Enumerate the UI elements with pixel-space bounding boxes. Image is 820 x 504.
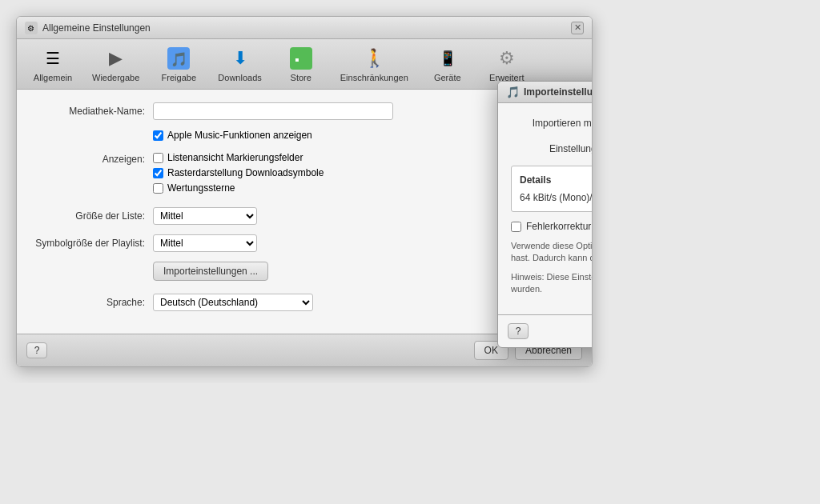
groesse-row: Größe der Liste: Klein Mittel Groß [33,207,576,225]
store-icon: ▪ [288,46,314,71]
geraete-label: Geräte [434,73,461,82]
modal-importieren-row: Importieren mit: MP3-Codierer AAC-Codier… [511,114,593,132]
modal-content: Importieren mit: MP3-Codierer AAC-Codier… [498,103,593,314]
main-window: ⚙ Allgemeine Einstellungen ✕ ☰ Allgemein… [16,16,593,367]
rasterdarstellung-checkbox[interactable] [153,168,163,178]
modal-bottom-bar: ? OK Abbrechen [498,314,593,347]
help-button[interactable]: ? [26,342,47,358]
sprache-select[interactable]: Deutsch (Deutschland) English (US) [153,294,313,311]
wiedergabe-label: Wiedergabe [92,73,139,82]
downloads-label: Downloads [218,73,261,82]
modal-dialog: 🎵 Importeinstellungen ✕ Importieren mit:… [497,81,593,348]
modal-einstellung-label: Einstellung: [511,143,593,154]
modal-details-box: Details 64 kBit/s (Mono)/128 kBit/s (Ste… [511,166,593,212]
groesse-select[interactable]: Klein Mittel Groß [153,207,257,225]
freigabe-label: Freigabe [162,73,196,82]
window-close-button[interactable]: ✕ [571,22,584,34]
toolbar-item-einschraenkungen[interactable]: 🚶 Einschränkungen [332,42,416,86]
modal-fehlerkorrektur-row: Fehlerkorrektur beim Lesen von Audio-CDs… [511,220,593,234]
anzeigen-label: Anzeigen: [33,152,153,165]
title-bar: ⚙ Allgemeine Einstellungen ✕ [17,17,592,39]
symbolgroesse-row: Symbolgröße der Playlist: Klein Mittel G… [33,234,576,252]
store-label: Store [291,73,312,82]
mediathek-label: Mediathek-Name: [33,106,153,117]
apple-music-checkbox[interactable] [153,130,163,141]
svg-rect-4 [290,47,312,70]
svg-text:⚙: ⚙ [27,24,34,33]
modal-details-text: 64 kBit/s (Mono)/128 kBit/s (Stereo), St… [520,190,593,205]
mediathek-input[interactable] [153,102,393,120]
allgemein-label: Allgemein [34,73,72,82]
toolbar-item-geraete[interactable]: 📱 Geräte [420,42,476,86]
svg-text:▪: ▪ [295,53,299,66]
modal-einstellung-row: Einstellung: Gute Qualität (128 kBit/s) … [511,140,593,158]
toolbar-item-store[interactable]: ▪ Store [273,42,329,86]
wertungssterne-checkbox[interactable] [153,183,163,194]
wiedergabe-icon: ▶ [103,46,129,71]
modal-details-title: Details [520,173,593,187]
import-settings-button[interactable]: Importeinstellungen ... [153,262,268,281]
listenansicht-checkbox[interactable] [153,153,163,163]
freigabe-icon: 🎵 [166,46,191,71]
toolbar-item-allgemein[interactable]: ☰ Allgemein [25,42,81,86]
toolbar-item-freigabe[interactable]: 🎵 Freigabe [151,42,207,86]
modal-title-left: 🎵 Importeinstellungen [506,86,593,98]
mediathek-row: Mediathek-Name: [33,102,576,120]
symbolgroesse-label: Symbolgröße der Playlist: [33,238,153,249]
downloads-icon: ⬇ [227,46,253,71]
anzeigen-row: Anzeigen: Listenansicht Markierungsfelde… [33,152,576,198]
wertungssterne-label: Wertungssterne [167,182,235,194]
apple-music-label: Apple Music-Funktionen anzeigen [167,130,312,141]
erweitert-icon: ⚙ [494,46,520,71]
modal-title-text: Importeinstellungen [524,86,593,98]
svg-text:🎵: 🎵 [171,51,188,68]
rasterdarstellung-label: Rasterdarstellung Downloadsymbole [167,167,324,178]
modal-hint-text: Verwende diese Option, wenn du Probleme … [511,240,593,265]
fehlerkorrektur-checkbox[interactable] [511,222,521,232]
geraete-icon: 📱 [435,46,460,71]
modal-title-bar: 🎵 Importeinstellungen ✕ [498,82,593,103]
fehlerkorrektur-label: Fehlerkorrektur beim Lesen von Audio-CDs… [526,220,593,234]
einschraenkungen-label: Einschränkungen [340,73,408,82]
einschraenkungen-icon: 🚶 [361,46,387,71]
toolbar-item-downloads[interactable]: ⬇ Downloads [210,42,269,86]
modal-help-button[interactable]: ? [508,323,529,339]
groesse-label: Größe der Liste: [33,210,153,222]
modal-itunes-icon: 🎵 [506,86,519,98]
toolbar-item-wiedergabe[interactable]: ▶ Wiedergabe [84,42,147,86]
toolbar-item-erweitert[interactable]: ⚙ Erweitert [479,42,535,86]
symbolgroesse-select[interactable]: Klein Mittel Groß [153,234,257,252]
allgemein-icon: ☰ [40,46,66,71]
listenansicht-label: Listenansicht Markierungsfelder [167,152,303,163]
title-bar-left: ⚙ Allgemeine Einstellungen [25,22,151,34]
modal-note-text: Hinweis: Diese Einstellungen gelten nich… [511,271,593,296]
sprache-row: Sprache: Deutsch (Deutschland) English (… [33,294,576,311]
modal-importieren-label: Importieren mit: [511,118,593,129]
sprache-label: Sprache: [33,297,153,308]
window-title: Allgemeine Einstellungen [42,22,151,34]
app-icon: ⚙ [25,22,38,34]
